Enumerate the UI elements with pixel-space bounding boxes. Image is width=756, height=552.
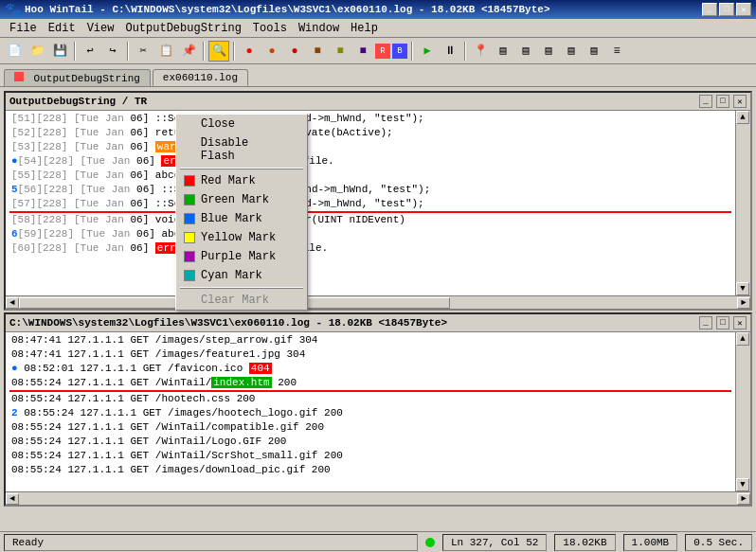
p2-scroll-up[interactable]: ▲ bbox=[736, 332, 749, 346]
menu-outputdebug[interactable]: OutputDebugString bbox=[119, 20, 246, 37]
ctx-cyan-mark[interactable]: Cyan Mark bbox=[176, 266, 307, 285]
tb-r7[interactable]: R bbox=[375, 44, 390, 59]
scroll-down[interactable]: ▼ bbox=[736, 282, 749, 295]
tb-save[interactable]: 💾 bbox=[49, 41, 70, 62]
tb-g2[interactable]: ▤ bbox=[515, 41, 536, 62]
maximize-button[interactable]: □ bbox=[719, 3, 734, 16]
panel2-scrollbar[interactable]: ▲ ▼ bbox=[735, 332, 750, 491]
status-ready: Ready bbox=[4, 534, 418, 551]
panel1-close[interactable]: ✕ bbox=[733, 95, 747, 108]
tb-r4[interactable]: ■ bbox=[307, 41, 328, 62]
hscroll-track[interactable] bbox=[19, 297, 737, 309]
scroll-up[interactable]: ▲ bbox=[736, 111, 749, 124]
menu-file[interactable]: File bbox=[4, 20, 43, 37]
panel2-header: C:\WINDOWS\system32\Logfiles\W3SVC1\ex06… bbox=[6, 314, 750, 332]
cyan-mark-dot bbox=[184, 270, 195, 281]
panel1-maximize[interactable]: □ bbox=[716, 95, 729, 108]
panel2-hscroll[interactable]: ◄ ► bbox=[6, 491, 750, 505]
tb-copy[interactable]: 📋 bbox=[155, 41, 176, 62]
panel2-title: C:\WINDOWS\system32\Logfiles\W3SVC1\ex06… bbox=[9, 317, 447, 329]
toolbar-sep2 bbox=[127, 42, 129, 61]
p2-hscroll-right[interactable]: ► bbox=[737, 493, 750, 505]
window-title: Hoo WinTail - C:\WINDOWS\system32\Logfil… bbox=[25, 4, 550, 15]
tb-g1[interactable]: ▤ bbox=[493, 41, 513, 62]
tb-more[interactable]: ≡ bbox=[606, 41, 627, 62]
title-bar: 🐾 Hoo WinTail - C:\WINDOWS\system32\Logf… bbox=[0, 0, 756, 19]
hscroll-left[interactable]: ◄ bbox=[6, 297, 19, 309]
ctx-blue-mark[interactable]: Blue Mark bbox=[176, 209, 307, 228]
scroll-track[interactable] bbox=[736, 124, 750, 282]
panel2-close[interactable]: ✕ bbox=[733, 316, 747, 329]
menu-window[interactable]: Window bbox=[293, 20, 345, 37]
ctx-red-mark[interactable]: Red Mark bbox=[176, 171, 307, 190]
tb-play[interactable]: ▶ bbox=[417, 41, 438, 62]
p2-scroll-down[interactable]: ▼ bbox=[736, 478, 749, 491]
tab-bar: OutputDebugString ex060110.log bbox=[0, 64, 756, 87]
ctx-red-mark-label: Red Mark bbox=[201, 174, 256, 187]
hscroll-right[interactable]: ► bbox=[737, 297, 750, 309]
minimize-button[interactable]: _ bbox=[702, 3, 717, 16]
p2-scroll-track[interactable] bbox=[736, 346, 750, 478]
tb-cut[interactable]: ✂ bbox=[133, 41, 153, 62]
log-line: 6[59][228] [Tue Jan 06] abcdefg bbox=[9, 227, 731, 241]
toolbar-sep1 bbox=[74, 42, 76, 61]
tab-outputdebug[interactable]: OutputDebugString bbox=[4, 69, 151, 86]
log-line: 08:55:24 127.1.1.1 GET /WinTail/index.ht… bbox=[9, 376, 731, 392]
tb-r2[interactable]: ● bbox=[261, 41, 282, 62]
menu-view[interactable]: View bbox=[81, 20, 120, 37]
panel1-content-area: [51][228] [Tue Jan 06] ::SetWindowText(p… bbox=[6, 111, 750, 295]
status-time: 0.5 Sec. bbox=[685, 534, 752, 551]
panel2-log-content[interactable]: 08:47:41 127.1.1.1 GET /images/step_arro… bbox=[6, 332, 735, 491]
tb-paste[interactable]: 📌 bbox=[178, 41, 199, 62]
panel1-log-content[interactable]: [51][228] [Tue Jan 06] ::SetWindowText(p… bbox=[6, 111, 735, 295]
status-bar: Ready Ln 327, Col 52 18.02KB 1.00MB 0.5 … bbox=[0, 531, 756, 552]
status-position: Ln 327, Col 52 bbox=[442, 534, 547, 551]
tb-undo[interactable]: ↩ bbox=[80, 41, 100, 62]
tb-new[interactable]: 📄 bbox=[4, 41, 25, 62]
ctx-cyan-mark-label: Cyan Mark bbox=[201, 269, 262, 282]
tb-r6[interactable]: ■ bbox=[352, 41, 373, 62]
ctx-close[interactable]: Close bbox=[176, 115, 307, 134]
tb-pin[interactable]: 📍 bbox=[470, 41, 491, 62]
tb-pause[interactable]: ⏸ bbox=[440, 41, 460, 62]
panel1-scrollbar[interactable]: ▲ ▼ bbox=[735, 111, 750, 295]
tb-r1[interactable]: ● bbox=[239, 41, 260, 62]
menu-edit[interactable]: Edit bbox=[43, 20, 81, 37]
ctx-purple-mark[interactable]: Purple Mark bbox=[176, 247, 307, 266]
panel2-content-area: 08:47:41 127.1.1.1 GET /images/step_arro… bbox=[6, 332, 750, 491]
panel1-minimize[interactable]: _ bbox=[699, 95, 712, 108]
tab-log[interactable]: ex060110.log bbox=[153, 69, 248, 86]
tb-g3[interactable]: ▤ bbox=[538, 41, 559, 62]
ctx-green-mark-label: Green Mark bbox=[201, 193, 269, 206]
menu-help[interactable]: Help bbox=[345, 20, 384, 37]
panel1-title: OutputDebugString / TR bbox=[9, 96, 147, 107]
ctx-green-mark[interactable]: Green Mark bbox=[176, 190, 307, 209]
log-line: 2 08:55:24 127.1.1.1 GET /images/hootech… bbox=[9, 406, 731, 420]
tb-g4[interactable]: ▤ bbox=[561, 41, 582, 62]
panel2-minimize[interactable]: _ bbox=[699, 316, 712, 329]
tb-r5[interactable]: ■ bbox=[330, 41, 351, 62]
purple-mark-dot bbox=[184, 251, 195, 262]
tb-r8[interactable]: B bbox=[392, 44, 407, 59]
close-button[interactable]: ✕ bbox=[736, 3, 751, 16]
tb-r3[interactable]: ● bbox=[284, 41, 305, 62]
log-line: ●[54][228] [Tue Jan 06] error: failed to… bbox=[9, 154, 731, 169]
log-line: 08:47:41 127.1.1.1 GET /images/step_arro… bbox=[9, 333, 731, 347]
context-menu: Close Disable Flash Red Mark Green Mark … bbox=[175, 114, 308, 311]
tb-search[interactable]: 🔍 bbox=[208, 41, 229, 62]
p2-hscroll-left[interactable]: ◄ bbox=[6, 493, 19, 505]
ctx-yellow-mark[interactable]: Yellow Mark bbox=[176, 228, 307, 247]
panel1-hscroll[interactable]: ◄ ► bbox=[6, 295, 750, 309]
ctx-clear-mark: Clear Mark bbox=[176, 291, 307, 310]
ctx-sep2 bbox=[180, 287, 303, 289]
p2-hscroll-track[interactable] bbox=[19, 493, 737, 505]
toolbar-sep3 bbox=[203, 42, 205, 61]
log-line: [51][228] [Tue Jan 06] ::SetWindowText(p… bbox=[9, 112, 731, 126]
menu-tools[interactable]: Tools bbox=[247, 20, 293, 37]
tb-g5[interactable]: ▤ bbox=[584, 41, 604, 62]
ctx-disable-flash[interactable]: Disable Flash bbox=[176, 134, 307, 166]
tb-redo[interactable]: ↪ bbox=[102, 41, 123, 62]
tb-open[interactable]: 📁 bbox=[27, 41, 47, 62]
panel1-header: OutputDebugString / TR _ □ ✕ bbox=[6, 93, 750, 111]
panel2-maximize[interactable]: □ bbox=[716, 316, 729, 329]
